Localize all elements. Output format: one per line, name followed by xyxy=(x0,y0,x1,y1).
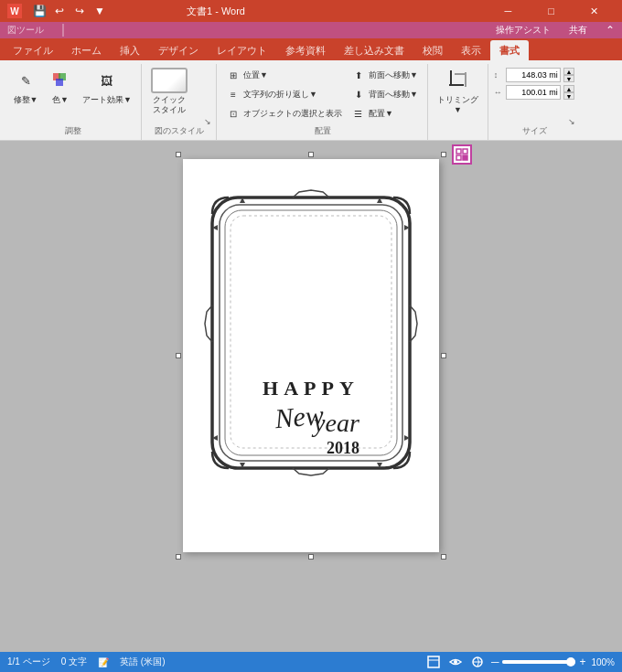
svg-rect-20 xyxy=(428,656,439,667)
help-label[interactable]: 操作アシスト xyxy=(496,24,551,37)
width-input[interactable] xyxy=(506,85,561,100)
art-effect-btn[interactable]: 🖼 アート効果▼ xyxy=(79,66,135,107)
height-row: ↕ ▲ ▼ xyxy=(494,68,574,82)
svg-rect-9 xyxy=(456,155,461,160)
size-label: サイズ xyxy=(490,125,580,137)
select-obj-icon: ⊡ xyxy=(226,106,241,121)
page-info: 1/1 ページ xyxy=(7,656,50,668)
tab-review[interactable]: 校閲 xyxy=(413,40,452,60)
word-icon: W xyxy=(7,4,22,18)
share-label[interactable]: 共有 xyxy=(569,24,587,37)
ribbon-tab-bar: ファイル ホーム 挿入 デザイン レイアウト 参考資料 差し込み文書 校閲 表示… xyxy=(0,38,622,60)
height-down[interactable]: ▼ xyxy=(563,75,574,82)
zoom-plus-btn[interactable]: + xyxy=(579,656,585,668)
art-icon: 🖼 xyxy=(94,68,120,93)
svg-rect-2 xyxy=(56,79,63,86)
context-bar: 図ツール 操作アシスト 共有 ⌃ xyxy=(0,22,622,38)
zoom-minus-btn[interactable]: ─ xyxy=(491,656,499,668)
size-group-content: ↕ ▲ ▼ ↔ ▲ ▼ xyxy=(494,64,574,100)
position-btn[interactable]: ⊞ 位置▼ xyxy=(222,66,346,84)
select-obj-label: オブジェクトの選択と表示 xyxy=(243,108,342,120)
web-view-btn[interactable] xyxy=(469,655,486,669)
ribbon-group-crop: トリミング▼ xyxy=(430,64,488,140)
back-btn[interactable]: ⬇ 背面へ移動▼ xyxy=(348,85,422,103)
height-icon: ↕ xyxy=(494,70,503,80)
collapse-btn[interactable]: ⌃ xyxy=(606,24,615,37)
crop-label: トリミング▼ xyxy=(437,95,478,115)
tab-design[interactable]: デザイン xyxy=(149,40,208,60)
tab-home[interactable]: ホーム xyxy=(62,40,111,60)
handle-top-right[interactable] xyxy=(441,152,446,157)
crop-btn[interactable]: トリミング▼ xyxy=(434,66,482,117)
fix-btn[interactable]: ✎ 修整▼ xyxy=(9,66,42,107)
image-frame[interactable]: HAPPY New year 2018 xyxy=(201,187,421,479)
svg-text:HAPPY: HAPPY xyxy=(263,377,359,400)
save-quick-btn[interactable]: 💾 xyxy=(31,3,48,19)
ribbon-group-style: クイックスタイル ↘ 図のスタイル xyxy=(144,64,217,140)
zoom-area: ─ + 100% xyxy=(491,656,615,668)
handle-bot-left[interactable] xyxy=(176,554,181,560)
dropdown-quick-btn[interactable]: ▼ xyxy=(91,3,108,19)
tab-view[interactable]: 表示 xyxy=(452,40,490,60)
color-icon xyxy=(48,68,73,93)
word-count: 0 文字 xyxy=(61,656,87,668)
tab-format[interactable]: 書式 xyxy=(490,40,529,60)
minimize-button[interactable]: ─ xyxy=(488,0,529,22)
handle-bot-center[interactable] xyxy=(308,554,314,560)
proofread-icon[interactable]: 📝 xyxy=(98,657,109,667)
svg-text:year: year xyxy=(311,409,359,437)
print-view-btn[interactable] xyxy=(425,655,442,669)
select-obj-btn[interactable]: ⊡ オブジェクトの選択と表示 xyxy=(222,104,346,123)
handle-top-center[interactable] xyxy=(308,152,314,157)
svg-rect-11 xyxy=(201,187,421,479)
zoom-fill xyxy=(502,660,575,664)
read-view-btn[interactable] xyxy=(447,655,464,669)
width-down[interactable]: ▼ xyxy=(563,92,574,100)
width-up[interactable]: ▲ xyxy=(563,85,574,92)
ribbon-group-arrange: ⊞ 位置▼ ≡ 文字列の折り返し▼ ⊡ オブジェクトの選択と表示 ⬆ 前面へ移動… xyxy=(219,64,428,140)
handle-bot-right[interactable] xyxy=(441,554,446,560)
tab-layout[interactable]: レイアウト xyxy=(208,40,276,60)
tab-insert[interactable]: 挿入 xyxy=(111,40,149,60)
width-icon: ↔ xyxy=(494,88,503,97)
align-btn[interactable]: ☰ 配置▼ xyxy=(348,104,422,123)
undo-quick-btn[interactable]: ↩ xyxy=(51,3,68,19)
main-content: HAPPY New year 2018 xyxy=(0,141,622,652)
layout-icon[interactable] xyxy=(452,144,472,165)
handle-mid-right[interactable] xyxy=(441,353,446,358)
color-label: 色▼ xyxy=(52,95,69,105)
document-page: HAPPY New year 2018 xyxy=(183,159,439,552)
height-input[interactable] xyxy=(506,68,561,82)
quick-style-btn[interactable]: クイックスタイル xyxy=(147,66,191,117)
redo-quick-btn[interactable]: ↪ xyxy=(71,3,88,19)
front-label: 前面へ移動▼ xyxy=(369,69,418,81)
quick-style-icon xyxy=(151,68,188,93)
decorative-frame-svg: HAPPY New year 2018 xyxy=(201,187,421,479)
close-button[interactable]: ✕ xyxy=(574,0,615,22)
zoom-level[interactable]: 100% xyxy=(591,657,615,667)
document-area[interactable]: HAPPY New year 2018 xyxy=(0,141,622,652)
maximize-button[interactable]: □ xyxy=(531,0,572,22)
color-btn[interactable]: 色▼ xyxy=(44,66,77,107)
art-label: アート効果▼ xyxy=(82,95,132,105)
tab-references[interactable]: 参考資料 xyxy=(276,40,335,60)
align-label: 配置▼ xyxy=(369,108,393,120)
window-controls: ─ □ ✕ xyxy=(488,0,615,22)
tab-file[interactable]: ファイル xyxy=(4,40,62,60)
width-row: ↔ ▲ ▼ xyxy=(494,85,574,100)
tab-mailings[interactable]: 差し込み文書 xyxy=(335,40,413,60)
height-up[interactable]: ▲ xyxy=(563,68,574,75)
front-btn[interactable]: ⬆ 前面へ移動▼ xyxy=(348,66,422,84)
language[interactable]: 英語 (米国) xyxy=(120,656,165,668)
handle-top-left[interactable] xyxy=(176,152,181,157)
zoom-thumb[interactable] xyxy=(566,657,575,667)
adjust-label: 調整 xyxy=(5,125,141,137)
svg-rect-7 xyxy=(456,149,461,154)
zoom-slider[interactable] xyxy=(502,660,575,664)
title-bar-left: W 💾 ↩ ↪ ▼ 文書1 - Word xyxy=(7,3,245,19)
width-spin: ▲ ▼ xyxy=(563,85,574,100)
handle-mid-left[interactable] xyxy=(176,353,181,358)
wrap-btn[interactable]: ≡ 文字列の折り返し▼ xyxy=(222,85,346,103)
context-label: 図ツール xyxy=(7,24,44,37)
status-left: 1/1 ページ 0 文字 📝 英語 (米国) xyxy=(7,656,165,668)
